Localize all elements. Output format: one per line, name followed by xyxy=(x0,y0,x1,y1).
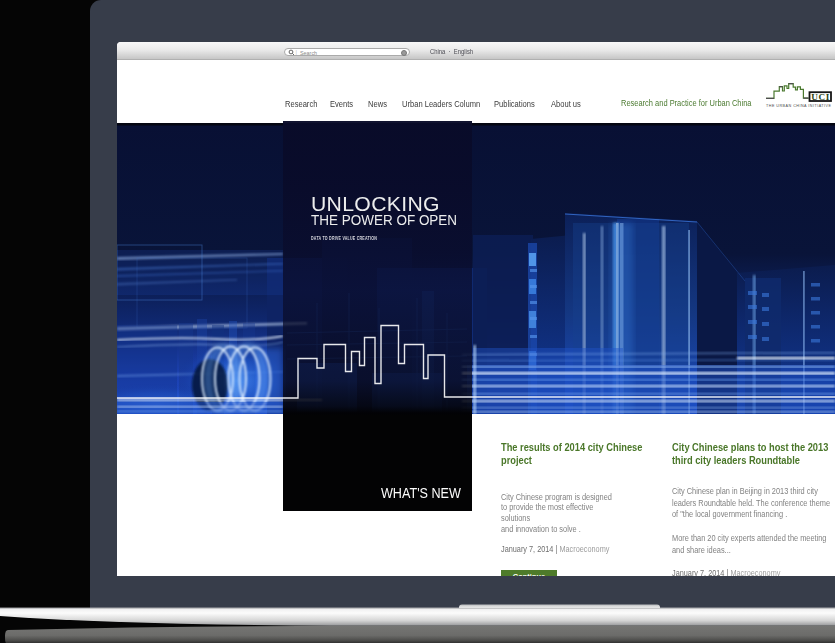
svg-text:THE URBAN CHINA INITIATIVE: THE URBAN CHINA INITIATIVE xyxy=(766,104,832,108)
svg-text:UCI: UCI xyxy=(811,92,829,102)
